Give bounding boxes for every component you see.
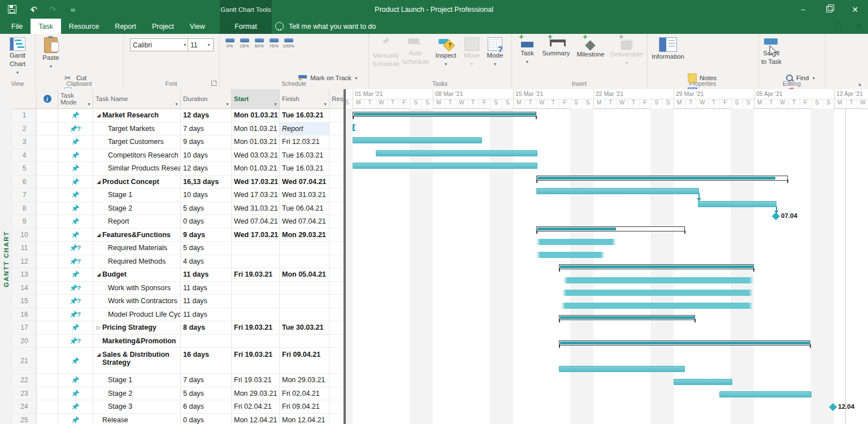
task-bar[interactable]: [559, 366, 685, 372]
row-number-cell[interactable]: 22: [12, 374, 37, 387]
table-row[interactable]: 3 Target Customers9 daysMon 01.03.21Fri …: [12, 135, 344, 149]
tab-view[interactable]: View: [182, 19, 213, 34]
resources-cell[interactable]: [329, 295, 344, 308]
task-mode-cell[interactable]: [58, 215, 93, 228]
task-name-cell[interactable]: Work with Sponsors: [93, 282, 181, 295]
task-mode-cell[interactable]: [58, 229, 93, 242]
table-row[interactable]: 1 ◢Market Research12 daysMon 01.03.21Tue…: [12, 109, 344, 123]
table-row[interactable]: 12 ?Required Methods4 days: [12, 255, 344, 269]
font-name-combobox[interactable]: Calibri▼: [130, 38, 190, 51]
resources-cell[interactable]: [329, 135, 344, 148]
task-name-cell[interactable]: ◢Marketing&Promotion: [93, 335, 181, 348]
resources-cell[interactable]: [329, 215, 344, 228]
duration-cell[interactable]: 5 days: [181, 202, 232, 215]
finish-cell[interactable]: Tue 06.04.21: [280, 202, 329, 215]
collapsed-outline-icon[interactable]: ▷: [97, 325, 101, 330]
task-bar[interactable]: [562, 290, 753, 296]
start-cell[interactable]: [232, 242, 280, 255]
task-mode-cell[interactable]: [58, 149, 93, 162]
expanded-outline-icon[interactable]: ◢: [97, 179, 101, 185]
table-row[interactable]: 7 Stage 110 daysWed 17.03.21Wed 31.03.21: [12, 189, 344, 202]
row-number-cell[interactable]: 16: [12, 308, 37, 321]
finish-cell[interactable]: Wed 31.03.21: [280, 189, 329, 202]
tab-format[interactable]: Format: [235, 19, 257, 34]
collapse-ribbon-icon[interactable]: ▲: [857, 81, 862, 87]
start-cell[interactable]: [232, 255, 280, 268]
resources-cell[interactable]: [329, 335, 344, 348]
close-button[interactable]: ✕: [842, 0, 868, 19]
start-cell[interactable]: Fri 19.03.21: [232, 321, 280, 334]
duration-cell[interactable]: 11 days: [181, 282, 232, 295]
restore-button[interactable]: [816, 0, 842, 19]
summary-bar[interactable]: [353, 112, 536, 117]
resources-cell[interactable]: [329, 387, 344, 400]
start-cell[interactable]: Mon 01.03.21: [232, 109, 280, 122]
finish-cell[interactable]: Tue 16.03.21: [280, 162, 329, 175]
start-cell[interactable]: Mon 01.03.21: [232, 123, 280, 135]
finish-cell[interactable]: Fri 09.04.21: [280, 348, 329, 373]
row-number-cell[interactable]: 9: [12, 215, 37, 228]
task-bar[interactable]: [376, 150, 537, 156]
finish-cell[interactable]: [280, 242, 329, 255]
row-number-cell[interactable]: 25: [12, 414, 37, 424]
table-row[interactable]: 4 Competitors Research10 daysWed 03.03.2…: [12, 149, 344, 163]
finish-cell[interactable]: Tue 30.03.21: [280, 321, 329, 334]
resources-cell[interactable]: [329, 321, 344, 334]
task-mode-cell[interactable]: ?: [58, 255, 93, 268]
resources-cell[interactable]: [329, 123, 344, 135]
row-number-cell[interactable]: 5: [12, 162, 37, 175]
percent-0-button[interactable]: 0%: [223, 38, 237, 49]
start-cell[interactable]: [232, 282, 280, 295]
expanded-outline-icon[interactable]: ◢: [97, 272, 101, 277]
summary-bar[interactable]: [559, 315, 695, 320]
tab-task[interactable]: Task: [31, 19, 61, 34]
indicators-cell[interactable]: [37, 308, 58, 321]
indicators-cell[interactable]: [37, 162, 58, 175]
task-name-cell[interactable]: Stage 3: [93, 400, 181, 413]
start-cell[interactable]: Fri 19.03.21: [232, 268, 280, 281]
duration-cell[interactable]: 6 days: [181, 400, 232, 413]
resources-cell[interactable]: [329, 109, 344, 122]
duration-cell[interactable]: 7 days: [181, 374, 232, 387]
row-number-cell[interactable]: 15: [12, 295, 37, 308]
percent-25-button[interactable]: 25%: [237, 38, 251, 49]
resources-cell[interactable]: [329, 162, 344, 175]
column-header-task-mode[interactable]: TaskMode▼: [58, 89, 93, 108]
finish-cell[interactable]: Fri 02.04.21: [280, 387, 329, 400]
start-cell[interactable]: Wed 17.03.21: [232, 176, 280, 189]
duration-cell[interactable]: 0 days: [181, 414, 232, 424]
column-header-start[interactable]: Start▼: [232, 89, 280, 108]
task-name-cell[interactable]: Stage 2: [93, 387, 181, 400]
duration-cell[interactable]: 10 days: [181, 149, 232, 162]
task-name-cell[interactable]: Work with Contractors: [93, 295, 181, 308]
mode-button[interactable]: Mode▼: [484, 37, 506, 68]
task-mode-cell[interactable]: [58, 176, 93, 189]
task-bar[interactable]: [536, 188, 699, 194]
expanded-outline-icon[interactable]: ◢: [97, 351, 101, 359]
table-row[interactable]: 11 ?Required Materials5 days: [12, 242, 344, 255]
table-row[interactable]: 8 Stage 25 daysWed 31.03.21Tue 06.04.21: [12, 202, 344, 216]
duration-cell[interactable]: [181, 335, 232, 348]
tab-report[interactable]: Report: [107, 19, 144, 34]
minimize-button[interactable]: –: [790, 0, 816, 19]
tab-file[interactable]: File: [3, 19, 31, 34]
resources-cell[interactable]: [329, 149, 344, 162]
finish-cell[interactable]: Mon 29.03.21: [280, 229, 329, 242]
percent-50-button[interactable]: 50%: [252, 38, 266, 49]
resources-cell[interactable]: [329, 268, 344, 281]
font-dialog-launcher-icon[interactable]: [211, 80, 217, 86]
start-cell[interactable]: Wed 17.03.21: [232, 189, 280, 202]
start-cell[interactable]: Fri 19.03.21: [232, 374, 280, 387]
task-bar[interactable]: [719, 391, 811, 397]
table-row[interactable]: 21 ◢Sales & Distribution Strategy16 days…: [12, 348, 344, 374]
resources-cell[interactable]: [329, 189, 344, 202]
duration-cell[interactable]: 16,13 days: [181, 176, 232, 189]
finish-cell[interactable]: [280, 335, 329, 348]
task-mode-cell[interactable]: [58, 414, 93, 424]
summary-bar[interactable]: [536, 176, 788, 181]
row-number-cell[interactable]: 6: [12, 176, 37, 189]
indicators-cell[interactable]: [37, 123, 58, 135]
duration-cell[interactable]: 5 days: [181, 387, 232, 400]
indicators-cell[interactable]: [37, 335, 58, 348]
row-number-cell[interactable]: 11: [12, 242, 37, 255]
